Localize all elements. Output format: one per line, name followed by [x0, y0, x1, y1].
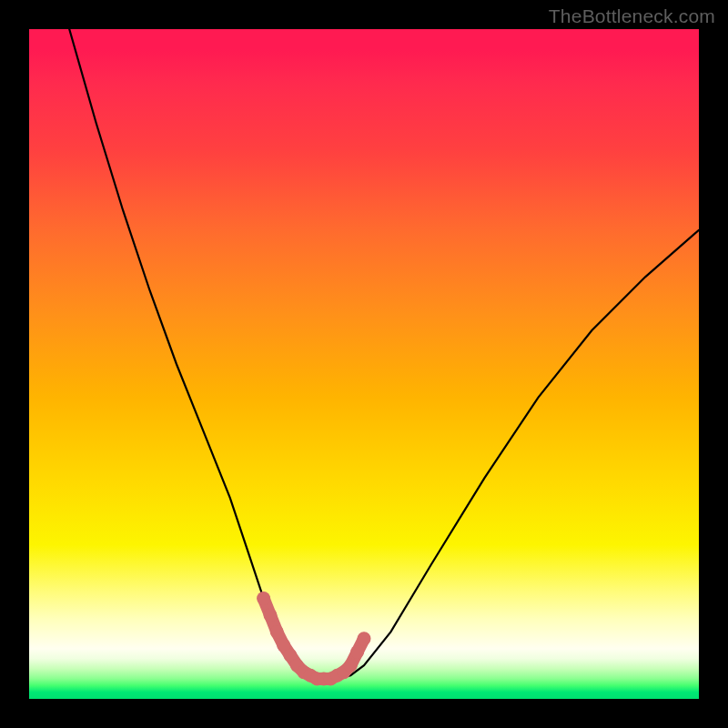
highlight-dot	[264, 609, 278, 622]
highlight-dot	[350, 645, 364, 659]
highlight-dot	[257, 592, 270, 605]
highlight-dot	[358, 632, 371, 645]
plot-area	[29, 29, 699, 699]
watermark-text: TheBottleneck.com	[549, 5, 715, 27]
highlight-dot	[344, 659, 358, 672]
bottleneck-curve	[69, 29, 699, 679]
curve-layer	[29, 29, 699, 699]
highlight-dot	[270, 625, 284, 639]
chart-frame: TheBottleneck.com	[0, 0, 728, 728]
